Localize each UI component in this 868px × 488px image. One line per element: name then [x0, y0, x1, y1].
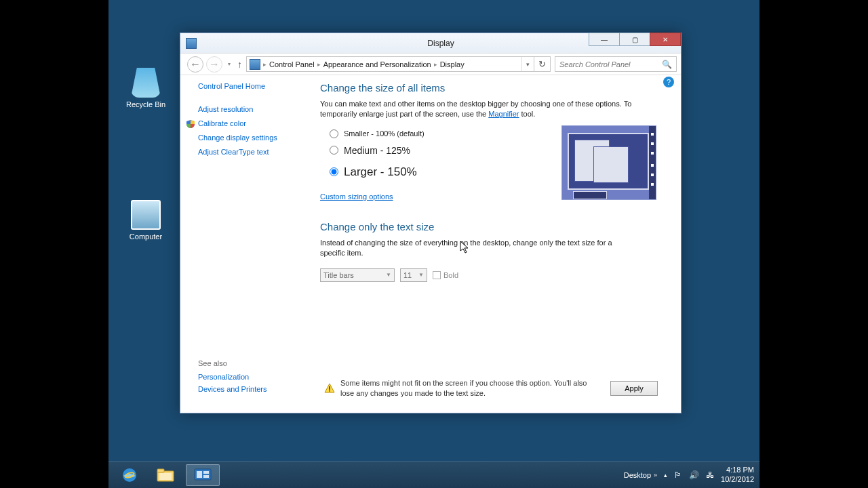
dropdown-value: 11: [403, 271, 418, 279]
custom-sizing-link[interactable]: Custom sizing options: [320, 192, 393, 201]
svg-rect-8: [197, 471, 202, 478]
desktop-toolbar-label: Desktop: [624, 471, 651, 479]
history-dropdown[interactable]: ▾: [225, 61, 233, 67]
back-button[interactable]: ←: [187, 56, 203, 73]
svg-rect-9: [203, 471, 209, 474]
sidebar: Control Panel Home Adjust resolution Cal…: [180, 75, 313, 413]
size-dropdown[interactable]: 11 ▼: [400, 268, 427, 282]
task-label: Calibrate color: [198, 119, 246, 127]
svg-rect-5: [157, 469, 164, 472]
up-button[interactable]: ↑: [233, 59, 246, 70]
breadcrumb-dropdown[interactable]: ▾: [521, 57, 534, 71]
desktop-icon-label: Computer: [122, 232, 170, 241]
svg-rect-0: [329, 386, 330, 390]
breadcrumb-segment[interactable]: Control Panel: [267, 60, 317, 68]
task-adjust-cleartype[interactable]: Adjust ClearType text: [198, 148, 313, 156]
item-dropdown[interactable]: Title bars ▼: [320, 268, 395, 282]
search-input[interactable]: [559, 60, 662, 68]
chevron-down-icon: ▼: [418, 272, 424, 278]
radio-label: Medium - 125%: [344, 145, 410, 156]
task-adjust-resolution[interactable]: Adjust resolution: [198, 105, 313, 113]
see-also-personalization[interactable]: Personalization: [198, 373, 313, 381]
bold-checkbox[interactable]: Bold: [433, 271, 458, 279]
tray-overflow-icon[interactable]: ▴: [664, 472, 667, 479]
taskbar-ie-button[interactable]: [113, 464, 146, 486]
taskbar-explorer-button[interactable]: [149, 464, 183, 486]
chevron-icon: »: [654, 472, 657, 479]
minimize-button[interactable]: —: [589, 33, 620, 46]
volume-icon[interactable]: 🔊: [689, 470, 699, 480]
desktop-icon-label: Recycle Bin: [122, 100, 170, 108]
see-also-devices-printers[interactable]: Devices and Printers: [198, 385, 313, 393]
navigation-toolbar: ← → ▾ ↑ ▸ Control Panel ▸ Appearance and…: [180, 54, 681, 75]
radio-smaller-input[interactable]: [330, 129, 338, 138]
control-panel-window: Display — ▢ ✕ ← → ▾ ↑ ▸ Control Panel ▸ …: [180, 33, 682, 413]
description-1: You can make text and other items on the…: [320, 99, 639, 120]
control-panel-home-link[interactable]: Control Panel Home: [198, 82, 313, 90]
shield-icon: [186, 119, 195, 129]
heading-text-size: Change only the text size: [320, 221, 662, 232]
checkbox-box[interactable]: [433, 271, 441, 279]
warning-icon: [324, 383, 335, 394]
description-2: Instead of changing the size of everythi…: [320, 238, 639, 259]
radio-larger-input[interactable]: [330, 167, 338, 176]
computer-icon: [131, 200, 161, 230]
search-box[interactable]: 🔍: [555, 56, 677, 72]
apply-button[interactable]: Apply: [610, 381, 658, 396]
recycle-bin-icon: [131, 68, 161, 98]
window-icon: [186, 38, 197, 49]
help-icon[interactable]: ?: [663, 77, 674, 87]
radio-medium-input[interactable]: [330, 146, 338, 155]
breadcrumb-segment[interactable]: Display: [437, 60, 467, 68]
close-button[interactable]: ✕: [650, 33, 681, 46]
warning-text: Some items might not fit on the screen i…: [340, 378, 597, 398]
clock[interactable]: 4:18 PM 10/2/2012: [721, 466, 754, 483]
checkbox-label: Bold: [443, 271, 458, 279]
svg-rect-6: [159, 473, 172, 480]
svg-rect-10: [203, 475, 209, 478]
network-icon[interactable]: 🖧: [706, 470, 714, 480]
clock-date: 10/2/2012: [721, 475, 754, 484]
taskbar[interactable]: Desktop » ▴ 🏳 🔊 🖧 4:18 PM 10/2/2012: [108, 461, 760, 488]
desktop-toolbar[interactable]: Desktop »: [624, 471, 657, 479]
heading-change-size: Change the size of all items: [320, 82, 662, 94]
magnifier-link[interactable]: Magnifier: [488, 110, 519, 118]
search-icon: 🔍: [662, 60, 672, 69]
task-calibrate-color[interactable]: Calibrate color: [198, 119, 313, 127]
refresh-button[interactable]: ↻: [534, 56, 551, 72]
titlebar[interactable]: Display — ▢ ✕: [180, 33, 681, 54]
warning-row: Some items might not fit on the screen i…: [320, 373, 662, 403]
scaling-preview: [561, 125, 656, 200]
radio-label: Larger - 150%: [344, 165, 417, 179]
content-area: ? Change the size of all items You can m…: [313, 75, 681, 413]
dropdown-value: Title bars: [323, 271, 386, 279]
task-change-display-settings[interactable]: Change display settings: [198, 134, 313, 142]
breadcrumb-icon: [250, 59, 260, 70]
breadcrumb-segment[interactable]: Appearance and Personalization: [321, 60, 434, 68]
taskbar-control-panel-button[interactable]: [186, 464, 220, 486]
see-also-heading: See also: [198, 359, 313, 367]
action-center-icon[interactable]: 🏳: [674, 470, 682, 480]
svg-rect-1: [329, 390, 330, 392]
radio-label: Smaller - 100% (default): [344, 129, 425, 138]
maximize-button[interactable]: ▢: [619, 33, 650, 46]
desktop-icon-computer[interactable]: Computer: [122, 200, 170, 241]
chevron-down-icon: ▼: [386, 272, 391, 278]
forward-button[interactable]: →: [206, 56, 222, 73]
desktop-icon-recycle-bin[interactable]: Recycle Bin: [122, 68, 170, 108]
breadcrumb[interactable]: ▸ Control Panel ▸ Appearance and Persona…: [246, 56, 534, 72]
clock-time: 4:18 PM: [721, 466, 754, 474]
